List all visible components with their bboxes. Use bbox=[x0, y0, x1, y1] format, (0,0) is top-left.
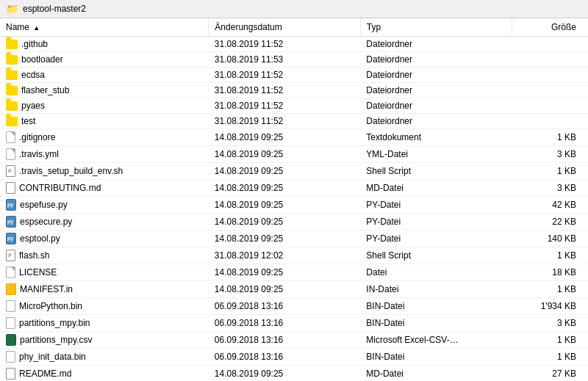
cell-name: esptool.py bbox=[0, 231, 209, 247]
table-row[interactable]: .travis.yml14.08.2019 09:25YML-Datei3 KB bbox=[0, 146, 588, 163]
cell-type: MD-Datei bbox=[360, 180, 512, 197]
file-name: bootloader bbox=[21, 54, 63, 65]
table-row[interactable]: test31.08.2019 11:52Dateiordner bbox=[0, 114, 588, 129]
cell-name: LICENSE bbox=[0, 264, 209, 281]
col-header-date[interactable]: Änderungsdatum bbox=[209, 18, 360, 37]
table-row[interactable]: partitions_mpy.bin06.09.2018 13:16BIN-Da… bbox=[0, 315, 588, 332]
cell-date: 14.08.2019 09:25 bbox=[209, 146, 360, 163]
cell-type: Dateiordner bbox=[360, 98, 512, 114]
file-icon bbox=[6, 131, 15, 143]
table-row[interactable]: espsecure.py14.08.2019 09:25PY-Datei22 K… bbox=[0, 214, 588, 231]
cell-size bbox=[512, 114, 588, 129]
cell-date: 31.08.2019 11:52 bbox=[209, 114, 360, 129]
md-icon bbox=[6, 182, 15, 194]
table-row[interactable]: pyaes31.08.2019 11:52Dateiordner bbox=[0, 98, 588, 114]
cell-type: Microsoft Excel-CSV-… bbox=[360, 332, 512, 349]
cell-size: 1 KB bbox=[512, 332, 588, 349]
cell-date: 31.08.2019 11:52 bbox=[209, 98, 360, 114]
cell-name: flasher_stub bbox=[0, 83, 209, 98]
cell-name: .travis_setup_build_env.sh bbox=[0, 163, 209, 180]
cell-size: 1 KB bbox=[512, 129, 588, 146]
window-title: esptool-master2 bbox=[23, 4, 86, 14]
cell-type: MD-Datei bbox=[360, 366, 512, 381]
title-bar: 📁 esptool-master2 bbox=[0, 0, 588, 18]
cell-name: pyaes bbox=[0, 98, 209, 114]
cell-type: Shell Script bbox=[360, 163, 512, 180]
in-icon bbox=[6, 283, 16, 295]
cell-date: 14.08.2019 09:25 bbox=[209, 214, 360, 231]
table-header-row: Name ▲ Änderungsdatum Typ Größe bbox=[0, 18, 588, 37]
cell-type: BIN-Datei bbox=[360, 315, 512, 332]
file-name: README.md bbox=[19, 369, 71, 379]
cell-date: 31.08.2019 11:52 bbox=[209, 83, 360, 98]
cell-name: test bbox=[0, 114, 209, 129]
col-header-type[interactable]: Typ bbox=[360, 18, 512, 37]
cell-date: 14.08.2019 09:25 bbox=[209, 163, 360, 180]
table-row[interactable]: partitions_mpy.csv06.09.2018 13:16Micros… bbox=[0, 332, 588, 349]
cell-type: Dateiordner bbox=[360, 114, 512, 129]
folder-title-icon: 📁 bbox=[6, 3, 18, 15]
table-row[interactable]: flash.sh31.08.2019 12:02Shell Script1 KB bbox=[0, 247, 588, 264]
cell-type: Dateiordner bbox=[360, 83, 512, 98]
cell-date: 14.08.2019 09:25 bbox=[209, 197, 360, 214]
cell-name: .github bbox=[0, 37, 209, 52]
cell-type: Datei bbox=[360, 264, 512, 281]
file-name: phy_init_data.bin bbox=[19, 352, 86, 362]
folder-icon bbox=[6, 101, 18, 111]
cell-type: PY-Datei bbox=[360, 231, 512, 247]
cell-name: .gitignore bbox=[0, 129, 209, 146]
csv-icon bbox=[6, 334, 16, 346]
table-row[interactable]: README.md14.08.2019 09:25MD-Datei27 KB bbox=[0, 366, 588, 381]
file-name: CONTRIBUTING.md bbox=[19, 183, 101, 193]
cell-size: 140 KB bbox=[512, 231, 588, 247]
table-row[interactable]: .github31.08.2019 11:52Dateiordner bbox=[0, 37, 588, 52]
table-row[interactable]: ecdsa31.08.2019 11:52Dateiordner bbox=[0, 68, 588, 83]
table-row[interactable]: esptool.py14.08.2019 09:25PY-Datei140 KB bbox=[0, 231, 588, 247]
table-row[interactable]: LICENSE14.08.2019 09:25Datei18 KB bbox=[0, 264, 588, 281]
md-icon bbox=[6, 368, 15, 380]
sort-arrow-name: ▲ bbox=[33, 24, 40, 32]
file-name: flash.sh bbox=[19, 250, 49, 261]
file-name: partitions_mpy.bin bbox=[19, 318, 90, 328]
cell-name: bootloader bbox=[0, 52, 209, 68]
cell-size: 27 KB bbox=[512, 366, 588, 381]
table-row[interactable]: MicroPython.bin06.09.2018 13:16BIN-Datei… bbox=[0, 298, 588, 315]
file-icon bbox=[6, 148, 15, 160]
table-row[interactable]: MANIFEST.in14.08.2019 09:25IN-Datei1 KB bbox=[0, 281, 588, 298]
table-row[interactable]: phy_init_data.bin06.09.2018 13:16BIN-Dat… bbox=[0, 349, 588, 366]
folder-icon bbox=[6, 40, 18, 49]
file-name: MicroPython.bin bbox=[19, 301, 82, 311]
col-header-size[interactable]: Größe bbox=[512, 18, 588, 37]
cell-date: 06.09.2018 13:16 bbox=[209, 298, 360, 315]
shell-icon bbox=[6, 165, 15, 177]
cell-date: 14.08.2019 09:25 bbox=[209, 180, 360, 197]
table-row[interactable]: .travis_setup_build_env.sh14.08.2019 09:… bbox=[0, 163, 588, 180]
python-icon bbox=[6, 199, 16, 211]
file-name: .travis.yml bbox=[19, 149, 59, 159]
table-row[interactable]: bootloader31.08.2019 11:53Dateiordner bbox=[0, 52, 588, 68]
cell-type: Dateiordner bbox=[360, 37, 512, 52]
cell-date: 14.08.2019 09:25 bbox=[209, 231, 360, 247]
table-row[interactable]: .gitignore14.08.2019 09:25Textdokument1 … bbox=[0, 129, 588, 146]
file-name: LICENSE bbox=[19, 267, 57, 277]
file-name: partitions_mpy.csv bbox=[20, 335, 92, 345]
folder-icon bbox=[6, 117, 18, 126]
cell-size: 22 KB bbox=[512, 214, 588, 231]
col-header-name[interactable]: Name ▲ bbox=[0, 18, 209, 37]
table-row[interactable]: espefuse.py14.08.2019 09:25PY-Datei42 KB bbox=[0, 197, 588, 214]
table-row[interactable]: flasher_stub31.08.2019 11:52Dateiordner bbox=[0, 83, 588, 98]
cell-type: YML-Datei bbox=[360, 146, 512, 163]
cell-type: Textdokument bbox=[360, 129, 512, 146]
file-name: ecdsa bbox=[21, 70, 45, 80]
cell-name: partitions_mpy.csv bbox=[0, 332, 209, 349]
folder-icon bbox=[6, 55, 18, 65]
bin-icon bbox=[6, 300, 15, 312]
cell-type: Dateiordner bbox=[360, 68, 512, 83]
cell-name: README.md bbox=[0, 366, 209, 381]
cell-type: BIN-Datei bbox=[360, 298, 512, 315]
cell-type: BIN-Datei bbox=[360, 349, 512, 366]
table-row[interactable]: CONTRIBUTING.md14.08.2019 09:25MD-Datei3… bbox=[0, 180, 588, 197]
file-name: test bbox=[21, 116, 35, 126]
shell-icon bbox=[6, 250, 15, 261]
file-icon bbox=[6, 266, 15, 278]
